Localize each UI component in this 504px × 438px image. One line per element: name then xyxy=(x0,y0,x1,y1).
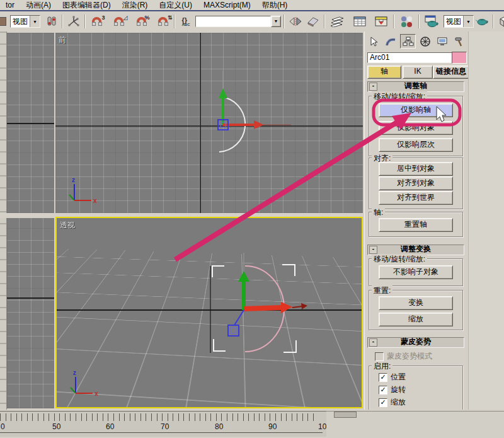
create-tab[interactable] xyxy=(366,34,382,49)
object-name-field[interactable]: Arc01 xyxy=(367,52,453,63)
select-and-manipulate-icon[interactable] xyxy=(66,14,82,29)
tab-pivot[interactable]: 轴 xyxy=(367,66,401,79)
center-to-object-button[interactable]: 居中到对象 xyxy=(379,162,453,176)
keyboard-shortcut-override-icon[interactable]: {}ABC xyxy=(178,14,194,29)
left-viewport-sliver-top[interactable] xyxy=(7,33,54,213)
checkbox-icon xyxy=(375,352,384,361)
3dsmax-window: tor 动画(A) 图表编辑器(D) 渲染(R) 自定义(U) MAXScrip… xyxy=(0,0,504,438)
align-to-object-button[interactable]: 对齐到对象 xyxy=(379,176,453,190)
move-gizmo xyxy=(218,88,291,130)
affect-object-only-button[interactable]: 仅影响对象 xyxy=(379,121,453,135)
chevron-down-icon[interactable]: ▼ xyxy=(463,16,473,27)
timeline-label: 0 xyxy=(1,422,5,431)
affect-hierarchy-only-button[interactable]: 仅影响层次 xyxy=(379,138,453,152)
align-to-world-button[interactable]: 对齐到世界 xyxy=(379,191,453,205)
modify-tab[interactable] xyxy=(383,34,399,49)
tripod-z-label: z xyxy=(72,176,75,183)
layer-manager-icon[interactable] xyxy=(328,14,346,29)
front-viewport[interactable]: 前 z x xyxy=(55,33,363,213)
clipped-toolbar-icon xyxy=(0,14,6,29)
spinner-snap-icon[interactable]: ⇅ xyxy=(154,14,171,29)
material-editor-icon[interactable] xyxy=(397,14,416,29)
menu-item-animation[interactable]: 动画(A) xyxy=(20,0,57,11)
checkbox-checked-icon: ✓ xyxy=(379,386,387,395)
perspective-viewport[interactable]: 透视 xyxy=(55,217,363,408)
tab-link-info[interactable]: 链接信息 xyxy=(433,66,469,79)
main-toolbar: 视图 ▼ 3 xyxy=(0,11,504,32)
render-view-dropdown[interactable]: 视图 ▼ xyxy=(444,15,474,28)
named-selection-input[interactable] xyxy=(195,16,271,27)
status-area xyxy=(326,411,504,438)
collapse-icon[interactable]: - xyxy=(369,246,377,254)
timeline-label: 90 xyxy=(268,422,277,431)
collapse-icon[interactable]: - xyxy=(369,83,377,91)
checkbox-checked-icon: ✓ xyxy=(379,398,387,407)
rollout-adjust-pivot-header[interactable]: - 调整轴 xyxy=(367,81,464,92)
timeline-label: 70 xyxy=(161,422,169,431)
cube-icon[interactable] xyxy=(496,14,504,29)
front-viewport-canvas: z x xyxy=(55,33,363,213)
collapse-icon[interactable]: - xyxy=(369,338,377,347)
use-pivot-center-icon[interactable] xyxy=(44,14,59,29)
display-tab[interactable] xyxy=(434,34,450,49)
reference-coordinate-dropdown[interactable]: 视图 ▼ xyxy=(10,15,40,28)
timeline-ticks xyxy=(0,413,319,421)
angle-snap-icon[interactable]: ◿ xyxy=(110,14,127,29)
left-edge-strip xyxy=(0,32,7,410)
menu-item-help[interactable]: 帮助(H) xyxy=(256,0,294,11)
render-setup-icon[interactable] xyxy=(422,14,441,29)
curve-editor-icon[interactable] xyxy=(350,14,369,29)
percent-snap-icon[interactable]: % xyxy=(132,14,150,29)
arc-object xyxy=(219,98,245,152)
left-viewport-sliver-bottom[interactable] xyxy=(7,218,54,408)
object-color-swatch[interactable] xyxy=(452,52,467,64)
render-icon[interactable] xyxy=(474,14,490,29)
motion-tab[interactable] xyxy=(417,34,433,49)
skin-pose-mode-checkbox[interactable]: 蒙皮姿势模式 xyxy=(375,351,432,362)
enable-scale-checkbox[interactable]: ✓ 缩放 xyxy=(379,397,406,408)
tab-ik[interactable]: IK xyxy=(403,66,433,79)
command-panel: Arc01 轴 IK 链接信息 - 调整轴 移动/旋转/缩放: 仅影响轴 仅影响… xyxy=(364,32,504,410)
menu-bar: tor 动画(A) 图表编辑器(D) 渲染(R) 自定义(U) MAXScrip… xyxy=(0,0,504,10)
front-viewport-label[interactable]: 前 xyxy=(59,35,66,45)
affect-pivot-only-button[interactable]: 仅影响轴 xyxy=(379,103,453,117)
reset-scale-button[interactable]: 缩放 xyxy=(379,313,453,326)
enable-rotation-checkbox[interactable]: ✓ 旋转 xyxy=(379,384,406,395)
axis-tripod-icon xyxy=(69,184,91,200)
chevron-down-icon[interactable]: ▼ xyxy=(30,16,40,27)
reset-transform-button[interactable]: 变换 xyxy=(379,296,453,310)
pivot-handle xyxy=(218,120,228,130)
snap-toggle-3d-icon[interactable]: 3 xyxy=(88,14,105,29)
perspective-grid xyxy=(55,217,363,262)
dont-affect-children-button[interactable]: 不影响子对象 xyxy=(379,265,453,279)
menu-item-customize[interactable]: 自定义(U) xyxy=(153,0,198,11)
named-selection-dropdown-icon[interactable]: ▼ xyxy=(271,16,281,27)
schematic-view-icon[interactable] xyxy=(372,14,391,29)
menu-item-rendering[interactable]: 渲染(R) xyxy=(117,0,154,11)
reset-pivot-button[interactable]: 重置轴 xyxy=(379,218,453,232)
utilities-tab[interactable] xyxy=(451,34,467,49)
tripod-x-label: x xyxy=(93,197,97,204)
perspective-viewport-label[interactable]: 透视 xyxy=(60,220,75,231)
checkbox-checked-icon: ✓ xyxy=(379,373,387,382)
panel-gutter xyxy=(468,32,504,410)
timeline-label: 60 xyxy=(106,422,114,431)
track-bar[interactable]: 0 50 60 70 80 90 100 xyxy=(0,411,326,437)
hierarchy-tab[interactable] xyxy=(400,34,416,49)
menu-item-maxscript[interactable]: MAXScript(M) xyxy=(198,1,256,9)
timeline-label: 80 xyxy=(215,422,223,431)
align-icon[interactable] xyxy=(304,14,321,29)
enable-position-checkbox[interactable]: ✓ 位置 xyxy=(379,372,406,383)
menu-item-graph-editors[interactable]: 图表编辑器(D) xyxy=(57,0,117,11)
menu-item-reactor[interactable]: tor xyxy=(0,1,20,9)
mirror-icon[interactable] xyxy=(287,14,304,29)
timeline-label: 50 xyxy=(52,422,60,431)
rollout-skin-pose-header[interactable]: - 蒙皮姿势 xyxy=(367,337,464,348)
